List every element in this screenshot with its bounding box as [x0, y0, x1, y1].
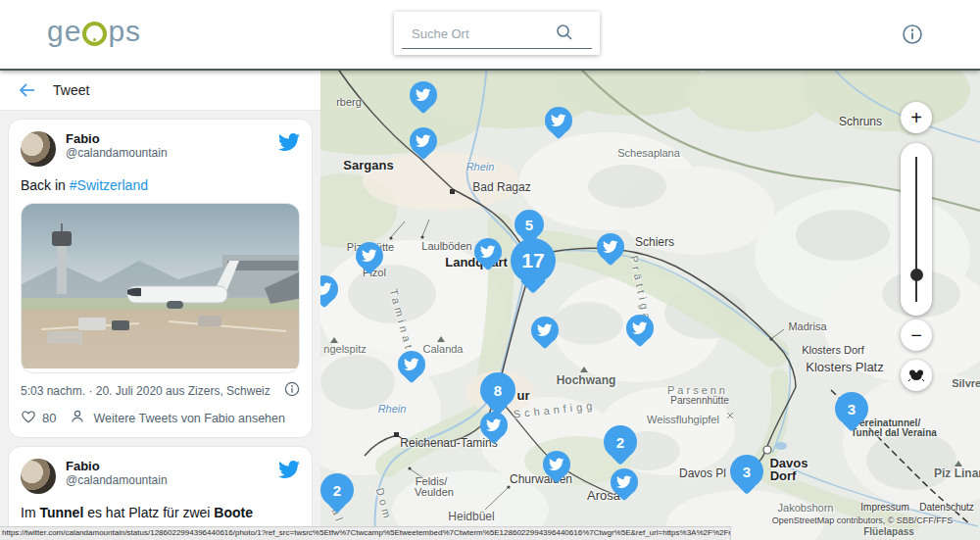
info-button[interactable] — [901, 23, 924, 46]
tweet-pin[interactable] — [543, 451, 570, 478]
map-label-bad-ragaz: Bad Ragaz — [472, 180, 530, 194]
map-label-calanda: Calanda — [423, 343, 464, 355]
cluster-pin[interactable]: 2 — [320, 473, 354, 507]
search-box — [394, 12, 600, 55]
twitter-bird-icon — [616, 474, 631, 489]
tweet-pin[interactable] — [474, 238, 502, 266]
twitter-bird-icon — [537, 322, 552, 337]
twitter-bird-icon — [549, 457, 564, 471]
tweet-timestamp: 5:03 nachm. · 20. Juli 2020 aus Zizers, … — [21, 384, 270, 398]
like-button[interactable] — [21, 409, 36, 427]
hashtag-link[interactable]: #Switzerland — [70, 177, 148, 193]
tweet-author-name[interactable]: Fabio — [66, 459, 278, 473]
map-label-rberg: rberg — [336, 96, 362, 108]
map-label-hochwang: Hochwang — [557, 373, 616, 387]
map-label-ngelspitz: ngelspitz — [323, 343, 366, 355]
cluster-pin[interactable]: 17 — [511, 238, 556, 283]
tweet-pin[interactable] — [611, 468, 638, 496]
geops-logo[interactable]: geps — [47, 15, 141, 48]
map-label-madrisa: Madrisa — [788, 320, 826, 332]
tweet-text: Back in #Switzerland — [21, 176, 300, 194]
status-url: https://twitter.com/calandamountain/stat… — [0, 527, 730, 539]
cluster-pin[interactable]: 3 — [730, 455, 763, 488]
tweet-author-name[interactable]: Fabio — [66, 131, 278, 146]
search-underline — [402, 48, 592, 49]
tweet-pin[interactable] — [410, 127, 437, 155]
map-label-ur: ur — [517, 388, 530, 403]
twitter-bird-icon — [404, 357, 418, 371]
zoom-out-button[interactable]: − — [901, 319, 932, 351]
zoom-slider-knob[interactable] — [910, 269, 923, 281]
plus-icon: + — [910, 107, 922, 129]
twitter-bird-icon — [480, 244, 495, 259]
tweet-pin[interactable] — [545, 107, 572, 134]
peak-triangle-icon — [580, 367, 588, 372]
app: rbergSargansRheinBad RagazSchrunsSchesap… — [0, 0, 980, 540]
zoom-slider[interactable] — [901, 143, 932, 316]
profile-icon — [70, 409, 85, 427]
tweet-pin[interactable] — [480, 412, 508, 439]
tweet-card[interactable]: Fabio @calandamountain Im Tunnel es hat … — [8, 446, 313, 527]
map-label-davos-pl: Davos Pl — [679, 466, 726, 480]
map-label-openstreetmap-contributors-sbb-cff-ffs: OpenStreetMap contributors, © SBB/CFF/FF… — [772, 515, 954, 525]
map-label-impressum[interactable]: Impressum — [860, 502, 908, 513]
map-label-flüelapass: Flüelapass — [863, 526, 914, 537]
cluster-pin[interactable]: 8 — [480, 372, 515, 408]
tweet-author-handle[interactable]: @calandamountain — [66, 146, 278, 161]
map-label-tunnel-dal-veraina: Tunnel dal Veraina — [851, 427, 937, 438]
map-label-rhein: Rhein — [378, 403, 407, 415]
avatar[interactable] — [21, 131, 56, 167]
back-button[interactable] — [18, 80, 37, 100]
map-label-sargans: Sargans — [343, 158, 393, 172]
tweet-text: Im Tunnel es hat Platz für zwei Boote — [21, 504, 300, 521]
map-label-schiers: Schiers — [635, 235, 674, 249]
avatar[interactable] — [21, 459, 56, 494]
map-label-datenschutz[interactable]: Datenschutz — [919, 502, 974, 513]
tweet-pin[interactable] — [398, 351, 425, 378]
panel-title: Tweet — [53, 82, 89, 98]
panel-header: Tweet — [0, 71, 320, 111]
like-count: 80 — [42, 411, 56, 425]
fly-button[interactable] — [901, 360, 932, 391]
map-label-parsennhütte: Parsennhütte — [670, 395, 729, 406]
fly-icon — [907, 368, 925, 382]
map-label-weissfluhgipfel: Weissfluhgipfel — [647, 414, 719, 425]
logo-text-post: ps — [108, 15, 141, 48]
tweet-pin[interactable] — [410, 81, 437, 109]
twitter-bird-icon — [603, 239, 617, 254]
search-input[interactable] — [410, 22, 551, 45]
peak-triangle-icon — [330, 337, 338, 343]
tweet-pin[interactable] — [356, 242, 383, 270]
map-label-piz-linar: Piz Linar — [934, 466, 980, 480]
more-tweets-link[interactable]: Weitere Tweets von Fabio ansehen — [93, 412, 285, 425]
tweet-card[interactable]: Fabio @calandamountain Back in #Switzerl… — [8, 119, 313, 438]
map-label-klosters-platz: Klosters Platz — [806, 360, 883, 374]
map-label-klosters-dorf: Klosters Dorf — [802, 344, 864, 356]
tweet-pin[interactable] — [626, 315, 654, 342]
twitter-bird-icon — [416, 133, 430, 148]
minus-icon: − — [910, 324, 922, 347]
twitter-icon[interactable] — [278, 131, 300, 153]
tweet-photo-airport[interactable] — [21, 203, 300, 373]
cluster-pin[interactable]: 5 — [514, 210, 544, 239]
cluster-pin[interactable]: 3 — [835, 392, 868, 425]
cluster-pin[interactable]: 2 — [604, 425, 637, 459]
twitter-icon[interactable] — [278, 459, 300, 480]
tweet-author-handle[interactable]: @calandamountain — [66, 473, 278, 488]
twitter-bird-icon — [362, 248, 376, 263]
map-label-dorf: Dorf — [770, 468, 797, 483]
search-icon[interactable] — [555, 23, 574, 42]
tweet-info-icon[interactable] — [284, 381, 300, 400]
map-label-laulböden: Laulböden — [421, 240, 471, 252]
map-label-schruns: Schruns — [839, 115, 882, 128]
map-label-schesaplana: Schesaplana — [617, 147, 680, 159]
twitter-bird-icon — [551, 113, 565, 127]
tweet-panel: Tweet Fabio @calandamountain Back in #Sw… — [0, 71, 320, 527]
tweet-pin[interactable] — [597, 233, 624, 261]
zoom-in-button[interactable]: + — [901, 102, 932, 133]
map-label-jakobshorn: Jakobshorn — [778, 502, 834, 514]
tweet-pin[interactable] — [531, 317, 559, 344]
status-bar: https://twitter.com/calandamountain/stat… — [0, 526, 731, 540]
map-label-heidbüel: Heidbüel — [448, 510, 494, 523]
peak-triangle-icon — [437, 336, 445, 342]
